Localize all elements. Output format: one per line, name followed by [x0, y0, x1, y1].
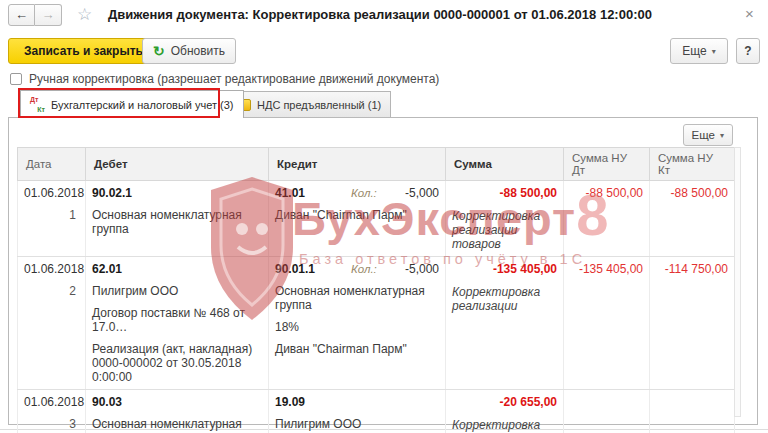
- refresh-icon: ↻: [153, 43, 165, 59]
- back-arrow-icon: ←: [15, 7, 28, 22]
- cell-debit: 62.01 Пилигрим ООО Договор поставки № 46…: [86, 257, 269, 390]
- qty-label: Кол.:: [351, 262, 377, 276]
- debit-account: 90.03: [92, 395, 168, 409]
- save-and-close-button[interactable]: Записать и закрыть: [8, 38, 159, 64]
- cell-sum-nu-kt: -114 750,00: [650, 257, 735, 390]
- cell-credit: 90.01.1 Кол.: -5,000 Основная номенклату…: [269, 257, 446, 390]
- cell-debit: 90.02.1 Основная номенклатурная группа: [86, 181, 269, 257]
- header-credit: Кредит: [269, 148, 446, 181]
- cell-sum-nu-dt: -135 405,00: [564, 257, 650, 390]
- debit-account: 90.02.1: [92, 186, 168, 200]
- qty-value: -5,000: [405, 262, 439, 276]
- window-titlebar: ← → ☆ Движения документа: Корректировка …: [0, 0, 768, 32]
- toolbar: Записать и закрыть ↻ Обновить Еще ▾ ?: [0, 38, 768, 64]
- chevron-down-icon: ▾: [712, 47, 716, 56]
- manual-adjustment-checkbox[interactable]: [10, 73, 22, 85]
- header-sum: Сумма: [446, 148, 564, 181]
- cell-sum: -135 405,00 Корректировка реализации: [446, 257, 564, 390]
- forward-button[interactable]: →: [35, 4, 62, 26]
- page-title: Движения документа: Корректировка реализ…: [108, 7, 652, 22]
- row-number: 2: [24, 284, 79, 298]
- credit-account: 90.01.1: [275, 262, 351, 276]
- cell-debit: 90.03 Основная номенклатурная группа 18%: [86, 390, 269, 433]
- cell-date: 01.06.2018 2: [18, 257, 86, 390]
- header-sum-nu-dt: Сумма НУ Дт: [564, 148, 650, 181]
- tab-accounting-tax[interactable]: Дт Кт Бухгалтерский и налоговый учет (3): [20, 90, 244, 118]
- posting-comment: Корректировка реализации: [452, 285, 557, 313]
- favorite-star-icon[interactable]: ☆: [77, 4, 92, 25]
- manual-adjustment-label: Ручная корректировка (разрешает редактир…: [29, 72, 439, 86]
- cell-sum-nu-dt: -88 500,00: [564, 181, 650, 257]
- cell-sum-nu-dt: [564, 390, 650, 433]
- header-sum-nu-kt: Сумма НУ Кт: [650, 148, 735, 181]
- tab-vat-presented-label: НДС предъявленный (1): [257, 99, 381, 111]
- header-date: Дата: [18, 148, 86, 181]
- back-button[interactable]: ←: [8, 4, 35, 26]
- tab-accounting-tax-label: Бухгалтерский и налоговый учет (3): [51, 99, 234, 111]
- debit-account: 62.01: [92, 262, 168, 276]
- cell-sum-nu-kt: -88 500,00: [650, 181, 735, 257]
- credit-account: 41.01: [275, 186, 351, 200]
- refresh-button[interactable]: ↻ Обновить: [142, 38, 236, 64]
- cell-sum: -20 655,00 Корректировка реализации: [446, 390, 564, 433]
- cell-date: 01.06.2018 1: [18, 181, 86, 257]
- table-row[interactable]: 01.06.2018 1 90.02.1 Основная номенклату…: [18, 181, 735, 257]
- qty-value: -5,000: [405, 186, 439, 200]
- cell-credit: 41.01 Кол.: -5,000 Диван "Chairman Парм": [269, 181, 446, 257]
- table-header-row: Дата Дебет Кредит Сумма Сумма НУ Дт Сумм…: [18, 148, 735, 181]
- row-number: 1: [24, 208, 79, 222]
- vertical-scrollbar[interactable]: [734, 147, 741, 417]
- forward-arrow-icon: →: [42, 7, 55, 22]
- row-number: 3: [24, 417, 79, 431]
- nav-history-group: ← →: [8, 4, 62, 26]
- header-debit: Дебет: [86, 148, 269, 181]
- movements-panel: Еще ▾ Дата Дебет Кредит Сумма Сумма НУ Д…: [8, 117, 758, 425]
- cell-sum-nu-kt: [650, 390, 735, 433]
- posting-comment: Корректировка реализации: [452, 418, 557, 433]
- postings-table: Дата Дебет Кредит Сумма Сумма НУ Дт Сумм…: [17, 147, 735, 433]
- chevron-down-icon: ▾: [720, 131, 724, 140]
- table-row[interactable]: 01.06.2018 2 62.01 Пилигрим ООО Договор …: [18, 257, 735, 390]
- posting-comment: Корректировка реализации товаров: [452, 209, 557, 251]
- help-button[interactable]: ?: [736, 38, 760, 64]
- more-button-toolbar[interactable]: Еще ▾: [670, 38, 728, 64]
- cell-credit: 19.09 Пилигрим ООО Корректировка реализа…: [269, 390, 446, 433]
- table-row[interactable]: 01.06.2018 3 90.03 Основная номенклатурн…: [18, 390, 735, 433]
- manual-adjustment-row: Ручная корректировка (разрешает редактир…: [10, 72, 439, 86]
- more-panel-label: Еще: [692, 129, 715, 141]
- refresh-button-label: Обновить: [171, 44, 225, 58]
- dt-kt-icon: Дт Кт: [30, 97, 45, 112]
- cell-date: 01.06.2018 3: [18, 390, 86, 433]
- more-button-label: Еще: [682, 44, 706, 58]
- tab-vat-presented[interactable]: НДС предъявленный (1): [229, 91, 391, 117]
- close-icon[interactable]: ×: [741, 5, 758, 22]
- cell-sum: -88 500,00 Корректировка реализации това…: [446, 181, 564, 257]
- qty-label: Кол.:: [351, 186, 377, 200]
- more-button-panel[interactable]: Еще ▾: [683, 124, 733, 146]
- credit-account: 19.09: [275, 395, 351, 409]
